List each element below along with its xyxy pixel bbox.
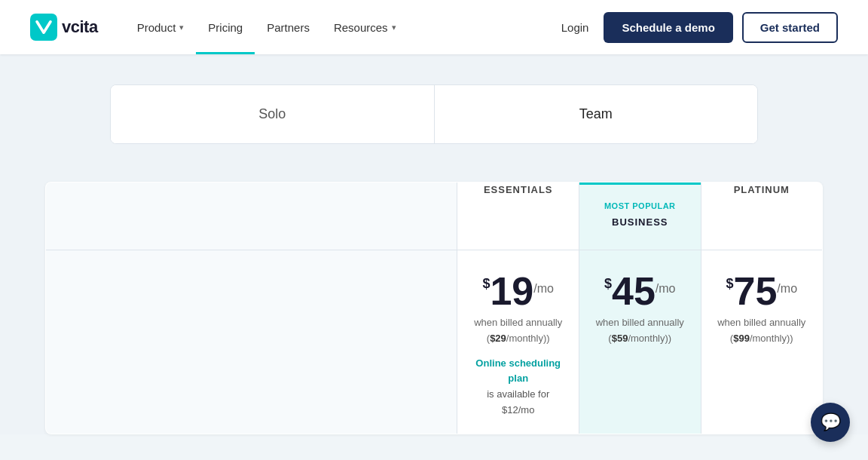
business-billing-line1: when billed annually [591,315,689,331]
platinum-billing-suffix: /monthly) [750,333,790,344]
essentials-per: /mo [533,282,554,296]
platinum-label: PLATINUM [734,184,790,195]
essentials-dollar: $ [482,276,490,292]
pricing-table: ESSENTIALS MOST POPULAR BUSINESS PLATINU… [45,182,823,434]
platinum-billing-line2: ($99/monthly)) [714,331,810,347]
platinum-dollar: $ [726,276,734,292]
business-price-display: $ 45 /mo [591,271,689,311]
chevron-down-icon: ▾ [392,23,396,32]
essentials-amount: 19 [490,271,533,311]
business-label: BUSINESS [612,216,668,228]
pricing-header-row: ESSENTIALS MOST POPULAR BUSINESS PLATINU… [46,182,823,250]
essentials-billing: when billed annually ($29/monthly)) Onli… [469,315,567,419]
nav-item-pricing[interactable]: Pricing [196,0,255,54]
login-link[interactable]: Login [546,21,604,34]
nav-links: Product ▾ Pricing Partners Resources ▾ L… [125,0,838,54]
essentials-col-header: ESSENTIALS [457,182,579,250]
schedule-demo-button[interactable]: Schedule a demo [604,12,732,43]
get-started-button[interactable]: Get started [742,12,838,43]
scheduling-link-anchor[interactable]: Online scheduling plan [475,357,561,385]
platinum-price-display: $ 75 /mo [714,271,810,311]
business-billing-line2: ($59/monthly)) [591,331,689,347]
platinum-amount: 75 [734,271,778,311]
most-popular-badge: MOST POPULAR [591,201,689,210]
essentials-billing-line1: when billed annually [469,315,567,331]
essentials-label: ESSENTIALS [484,184,553,195]
essentials-monthly-amount: $29 [490,333,506,344]
platinum-monthly-amount: $99 [733,333,750,344]
plan-toggle-section: Solo Team [0,54,868,144]
svg-rect-0 [30,14,57,41]
nav-item-product[interactable]: Product ▾ [125,0,197,54]
features-price-col [46,250,457,434]
nav-item-resources[interactable]: Resources ▾ [322,0,408,54]
platinum-billing-line1: when billed annually [714,315,810,331]
pricing-price-row: $ 19 /mo when billed annually ($29/month… [46,250,823,434]
business-billing-suffix: /monthly) [628,333,668,344]
plan-toggle: Solo Team [110,84,758,144]
platinum-col-header: PLATINUM [701,182,822,250]
business-dollar: $ [604,276,612,292]
scheduling-suffix: is available for $12/mo [487,388,549,416]
essentials-price-display: $ 19 /mo [469,271,567,311]
pricing-section: ESSENTIALS MOST POPULAR BUSINESS PLATINU… [0,144,868,434]
essentials-price-cell: $ 19 /mo when billed annually ($29/month… [457,250,579,434]
platinum-billing: when billed annually ($99/monthly)) [714,315,810,347]
platinum-price-cell: $ 75 /mo when billed annually ($99/month… [701,250,822,434]
plan-solo-tab[interactable]: Solo [111,85,434,143]
essentials-billing-suffix: /monthly) [506,333,546,344]
essentials-billing-line2: ($29/monthly)) [469,331,567,347]
scheduling-link: Online scheduling plan is available for … [469,356,567,419]
business-monthly-amount: $59 [612,333,628,344]
business-header-inner: MOST POPULAR BUSINESS [579,182,701,250]
chat-button[interactable]: 💬 [811,403,850,442]
business-per: /mo [656,282,676,296]
plan-team-tab[interactable]: Team [435,85,758,143]
business-price-cell: $ 45 /mo when billed annually ($59/month… [579,250,701,434]
business-amount: 45 [612,271,656,311]
features-col-header [46,182,457,250]
logo-icon [30,14,57,41]
business-billing: when billed annually ($59/monthly)) [591,315,689,347]
business-col-header: MOST POPULAR BUSINESS [579,182,701,250]
main-content: Solo Team ESSENTIALS MOST POPULAR BUSINE… [0,54,868,434]
nav-item-partners[interactable]: Partners [255,0,322,54]
logo[interactable]: vcita [30,14,98,41]
chevron-down-icon: ▾ [179,23,184,32]
platinum-per: /mo [777,282,797,296]
chat-icon: 💬 [821,412,841,432]
logo-text: vcita [62,17,98,37]
navbar: vcita Product ▾ Pricing Partners Resourc… [0,0,868,54]
